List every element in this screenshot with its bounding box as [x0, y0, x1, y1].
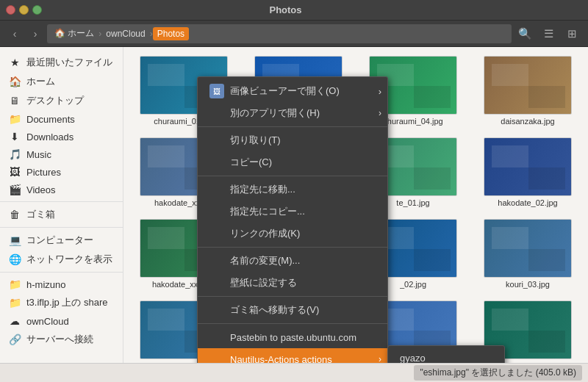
sidebar-item-label: ゴミ箱	[26, 208, 55, 221]
sidebar-item-trash[interactable]: 🗑 ゴミ箱	[0, 205, 123, 224]
breadcrumb-home[interactable]: 🏠 ホーム	[50, 26, 98, 41]
downloads-icon: ⬇	[9, 131, 21, 143]
window-title: Photos	[0, 4, 582, 15]
breadcrumb-owncloud[interactable]: ownCloud	[101, 27, 149, 40]
sidebar-item-home[interactable]: 🏠 ホーム	[0, 72, 123, 91]
menu-item-pastebin[interactable]: Pastebin to paste.ubuntu.com	[198, 326, 387, 348]
music-icon: 🎵	[9, 148, 21, 160]
menu-item-label: 切り取り(T)	[230, 134, 281, 147]
sidebar-item-label: サーバーへ接続	[26, 333, 93, 346]
menu-item-label: 画像ビューアーで開く(O)	[230, 84, 340, 98]
submenu: gyazo About Nautilus-Actions	[387, 345, 505, 363]
search-button[interactable]: 🔍	[514, 24, 535, 44]
content-area: churaumi_01.jpgchuraumi_03.jpgchuraumi_0…	[123, 47, 588, 363]
menu-separator4	[198, 296, 387, 297]
menu-item-cut[interactable]: 切り取り(T)	[198, 129, 387, 151]
link-icon	[209, 226, 224, 241]
sidebar-item-connect-server[interactable]: 🔗 サーバーへ接続	[0, 330, 123, 349]
sidebar-item-label: t3.iflp.jp 上の share	[26, 296, 108, 309]
menu-item-copy-to[interactable]: 指定先にコピー...	[198, 201, 387, 223]
copy-to-icon	[209, 204, 224, 219]
photo-filename: kouri_03.jpg	[506, 280, 550, 289]
copy-icon	[209, 155, 224, 170]
recent-icon: ★	[9, 57, 21, 68]
photo-filename: daisanzaka.jpg	[501, 117, 554, 126]
menu-item-move-to[interactable]: 指定先に移動...	[198, 179, 387, 201]
open-other-icon	[209, 106, 224, 120]
photo-filename: kumejima_xx.jpg	[498, 361, 558, 363]
sidebar-item-t3share[interactable]: 📁 t3.iflp.jp 上の share	[0, 293, 123, 312]
main-area: ★ 最近開いたファイル 🏠 ホーム 🖥 デスクトップ 📁 Documents ⬇…	[0, 47, 588, 363]
sidebar-item-downloads[interactable]: ⬇ Downloads	[0, 128, 123, 145]
menu-item-label: コピー(C)	[230, 156, 272, 169]
viewer-app-icon: 🖼	[209, 84, 224, 98]
sidebar-item-label: Videos	[26, 184, 56, 195]
menu-item-link[interactable]: リンクの作成(K)	[198, 223, 387, 245]
list-view-button[interactable]: ☰	[538, 24, 559, 44]
photo-item[interactable]: hakodate_02.jpg	[473, 134, 582, 210]
submenu-arrow-icon: ›	[379, 86, 381, 97]
sidebar-item-label: Music	[26, 149, 51, 160]
rename-icon	[209, 253, 224, 268]
menu-separator3	[198, 247, 387, 248]
menu-item-open-viewer[interactable]: 🖼 画像ビューアーで開く(O) ›	[198, 80, 387, 102]
sidebar-item-label: ホーム	[26, 75, 55, 88]
menu-item-label: 指定先に移動...	[230, 183, 295, 196]
menu-separator2	[198, 176, 387, 176]
share-icon: 📁	[9, 297, 21, 309]
sidebar-item-label: 最近開いたファイル	[26, 56, 112, 69]
sidebar-item-hmizuno[interactable]: 📁 h-mizuno	[0, 275, 123, 293]
sidebar-item-owncloud[interactable]: ☁ ownCloud	[0, 312, 123, 330]
sidebar-item-documents[interactable]: 📁 Documents	[0, 110, 123, 128]
menu-item-nautilus-actions[interactable]: Nautilus-Actions actions › gyazo About N…	[198, 348, 387, 363]
folder-icon: 📁	[9, 278, 21, 290]
pastebin-icon	[209, 330, 224, 345]
submenu-item-gyazo[interactable]: gyazo	[388, 349, 504, 363]
sidebar-divider2	[0, 227, 123, 228]
photo-filename: churaumi_04.jpg	[383, 117, 442, 126]
menu-item-rename[interactable]: 名前の変更(M)...	[198, 250, 387, 272]
submenu-arrow2-icon: ›	[379, 108, 381, 118]
move-icon	[209, 182, 224, 197]
sidebar-item-label: h-mizuno	[26, 279, 65, 290]
menu-item-copy[interactable]: コピー(C)	[198, 151, 387, 173]
menu-item-label: 別のアプリで開く(H)	[230, 107, 320, 120]
back-button[interactable]: ‹	[6, 25, 24, 43]
grid-view-button[interactable]: ⊞	[562, 24, 582, 44]
sidebar-item-label: Downloads	[26, 131, 74, 143]
sidebar: ★ 最近開いたファイル 🏠 ホーム 🖥 デスクトップ 📁 Documents ⬇…	[0, 47, 123, 363]
menu-item-label: Pastebin to paste.ubuntu.com	[230, 332, 356, 343]
sidebar-item-label: ネットワークを表示	[26, 253, 112, 266]
menu-item-trash[interactable]: ゴミ箱へ移動する(V)	[198, 299, 387, 321]
menu-item-label: 壁紙に設定する	[230, 276, 297, 289]
forward-button[interactable]: ›	[26, 25, 44, 43]
photo-item[interactable]: daisanzaka.jpg	[473, 53, 582, 129]
sidebar-item-computer[interactable]: 💻 コンピューター	[0, 231, 123, 250]
owncloud-icon: ☁	[9, 315, 21, 327]
submenu-item-label: gyazo	[400, 353, 426, 363]
menu-separator5	[198, 323, 387, 324]
cut-icon	[209, 133, 224, 148]
menu-item-open-other[interactable]: 別のアプリで開く(H) ›	[198, 102, 387, 124]
breadcrumb: 🏠 ホーム › ownCloud › Photos	[47, 24, 512, 43]
photo-thumbnail	[484, 137, 572, 196]
computer-icon: 💻	[9, 234, 21, 246]
sidebar-item-network[interactable]: 🌐 ネットワークを表示	[0, 250, 123, 269]
sidebar-item-recent[interactable]: ★ 最近開いたファイル	[0, 53, 123, 72]
submenu-arrow3-icon: ›	[379, 354, 381, 363]
sidebar-item-desktop[interactable]: 🖥 デスクトップ	[0, 91, 123, 110]
network-icon: 🌐	[9, 253, 21, 265]
sidebar-item-music[interactable]: 🎵 Music	[0, 145, 123, 163]
photo-filename: te_01.jpg	[396, 198, 429, 207]
documents-icon: 📁	[9, 113, 21, 125]
photo-item[interactable]: kouri_03.jpg	[473, 216, 582, 292]
sidebar-item-pictures[interactable]: 🖼 Pictures	[0, 163, 123, 181]
sidebar-item-videos[interactable]: 🎬 Videos	[0, 181, 123, 198]
menu-item-label: Nautilus-Actions actions	[230, 354, 332, 364]
wallpaper-icon	[209, 275, 224, 290]
photo-filename: hakodate_02.jpg	[498, 198, 557, 207]
sidebar-item-label: Pictures	[26, 167, 61, 178]
breadcrumb-photos[interactable]: Photos	[153, 27, 189, 40]
menu-item-set-wallpaper[interactable]: 壁紙に設定する	[198, 272, 387, 294]
videos-icon: 🎬	[9, 184, 21, 195]
